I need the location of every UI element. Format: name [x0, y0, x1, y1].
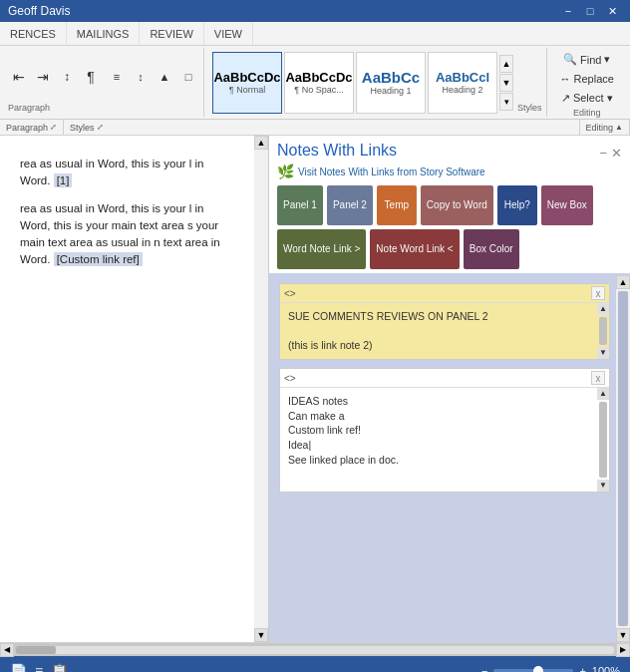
- word-note-link-button[interactable]: Word Note Link >: [277, 229, 366, 269]
- style-scroll-down[interactable]: ▼: [499, 74, 513, 92]
- status-left: 📄 ≡ 📋: [10, 663, 68, 672]
- note-box-1-text: SUE COMMENTS REVIEWS ON PANEL 2 (this is…: [288, 309, 593, 353]
- notes-scroll-down-btn[interactable]: ▼: [616, 628, 630, 642]
- note-box-2-textarea[interactable]: IDEAS notes Can make a Custom link ref! …: [288, 394, 579, 482]
- indent-btn[interactable]: ⇤: [8, 66, 30, 88]
- outdent-btn[interactable]: ⇥: [32, 66, 54, 88]
- notes-scroll-up-btn[interactable]: ▲: [616, 275, 630, 289]
- style-no-spacing[interactable]: AaBbCcDc ¶ No Spac...: [284, 52, 354, 114]
- style-heading1[interactable]: AaBbCc Heading 1: [356, 52, 426, 114]
- editing-label: Editing: [555, 108, 619, 120]
- new-box-button[interactable]: New Box: [541, 185, 593, 225]
- style-scroll: ▲ ▼ ▾: [499, 55, 513, 111]
- line-spacing-btn[interactable]: ↕: [130, 66, 152, 88]
- note-box-1-header: <> x: [280, 284, 609, 303]
- paragraph-group: ⇤ ⇥ ↕ ¶ ≡ ↕ ▲ □ Paragraph: [4, 48, 204, 117]
- style-normal[interactable]: AaBbCcDc ¶ Normal: [212, 52, 282, 114]
- horiz-scroll-right[interactable]: ▶: [616, 643, 630, 657]
- styles-gallery: AaBbCcDc ¶ Normal AaBbCcDc ¶ No Spac... …: [208, 48, 547, 117]
- pilcrow-btn[interactable]: ¶: [80, 66, 102, 88]
- tab-view[interactable]: VIEW: [204, 22, 253, 45]
- window-controls: − □ ✕: [558, 3, 622, 19]
- word-scrollbar: ▲ ▼: [254, 136, 268, 642]
- word-scroll-up-btn[interactable]: ▲: [254, 136, 268, 150]
- note-box-1-ref: <>: [284, 288, 296, 299]
- replace-icon: ↔: [560, 73, 571, 85]
- paragraph-expand-icon[interactable]: ⤢: [50, 123, 57, 132]
- notes-minimize-btn[interactable]: −: [599, 146, 607, 161]
- tab-references[interactable]: RENCES: [0, 22, 67, 45]
- note-2-scroll-up[interactable]: ▲: [597, 388, 609, 400]
- notes-content: <> x SUE COMMENTS REVIEWS ON PANEL 2 (th…: [269, 273, 630, 642]
- note-1-scroll-down[interactable]: ▼: [597, 347, 609, 359]
- horizontal-scrollbar: ◀ ▶: [0, 642, 630, 656]
- status-bar: 📄 ≡ 📋 − + 100%: [0, 656, 630, 672]
- zoom-plus-btn[interactable]: +: [579, 665, 585, 672]
- style-scroll-more[interactable]: ▾: [499, 93, 513, 111]
- style-heading2[interactable]: AaBbCcl Heading 2: [428, 52, 497, 114]
- zoom-minus-btn[interactable]: −: [481, 665, 487, 672]
- style-h1-label: Heading 1: [370, 86, 411, 96]
- style-h2-text: AaBbCcl: [436, 70, 489, 85]
- title-bar: Geoff Davis − □ ✕: [0, 0, 630, 22]
- doc-icon[interactable]: 📄: [10, 663, 27, 672]
- styles-expand-icon[interactable]: ⤢: [97, 123, 104, 132]
- note-box-1-body: SUE COMMENTS REVIEWS ON PANEL 2 (this is…: [280, 303, 609, 359]
- panel1-button[interactable]: Panel 1: [277, 185, 323, 225]
- binoculars-icon: 🔍: [563, 53, 577, 66]
- select-button[interactable]: ↗ Select ▾: [556, 89, 618, 108]
- style-h1-text: AaBbCc: [362, 69, 420, 86]
- replace-button[interactable]: ↔ Replace: [555, 70, 619, 88]
- zoom-thumb[interactable]: [533, 666, 543, 672]
- note-word-link-button[interactable]: Note Word Link <: [370, 229, 459, 269]
- maximize-button[interactable]: □: [580, 3, 600, 19]
- layout-icon[interactable]: ≡: [35, 663, 43, 672]
- leaf-icon: 🌿: [277, 164, 294, 179]
- note-box-2-body: IDEAS notes Can make a Custom link ref! …: [280, 388, 609, 492]
- horiz-scroll-left[interactable]: ◀: [0, 643, 14, 657]
- sort-btn[interactable]: ↕: [56, 66, 78, 88]
- style-nospace-text: AaBbCcDc: [285, 70, 352, 85]
- styles-list: AaBbCcDc ¶ Normal AaBbCcDc ¶ No Spac... …: [212, 52, 497, 114]
- horiz-scroll-thumb[interactable]: [16, 646, 56, 654]
- note-2-scroll-down[interactable]: ▼: [597, 480, 609, 492]
- notes-buttons: Panel 1 Panel 2 Temp Copy to Word Help? …: [277, 185, 622, 269]
- note-box-2-close[interactable]: x: [591, 371, 605, 385]
- username: Geoff Davis: [8, 4, 70, 18]
- notes-close-btn[interactable]: ✕: [611, 146, 622, 161]
- editing-expand-icon[interactable]: ▲: [615, 123, 623, 132]
- style-scroll-up[interactable]: ▲: [499, 55, 513, 73]
- panel2-button[interactable]: Panel 2: [327, 185, 373, 225]
- editing-buttons: 🔍 Find ▾ ↔ Replace ↗ Select ▾: [555, 50, 619, 108]
- note-box-2-ref: <>: [284, 373, 296, 384]
- note-box-2: <> x IDEAS notes Can make a Custom link …: [279, 368, 610, 493]
- word-content: rea as usual in Word, this is your l in …: [0, 136, 254, 299]
- link-ref-custom: [Custom link ref]: [54, 252, 143, 266]
- tab-mailings[interactable]: MAILINGS: [67, 22, 141, 45]
- tab-review[interactable]: REVIEW: [140, 22, 203, 45]
- word-scroll-down-btn[interactable]: ▼: [254, 628, 268, 642]
- border-btn[interactable]: □: [177, 66, 199, 88]
- box-color-button[interactable]: Box Color: [464, 229, 519, 269]
- help-button[interactable]: Help?: [497, 185, 537, 225]
- align-left-btn[interactable]: ≡: [106, 66, 128, 88]
- notes-subtitle: 🌿 Visit Notes With Links from Story Soft…: [277, 164, 622, 179]
- minimize-button[interactable]: −: [558, 3, 578, 19]
- note-2-scroll-thumb[interactable]: [599, 402, 607, 478]
- styles-group-label: Styles ⤢: [64, 120, 580, 135]
- note-box-1-close[interactable]: x: [591, 286, 605, 300]
- note-1-scroll-thumb[interactable]: [599, 317, 607, 345]
- close-button[interactable]: ✕: [602, 3, 622, 19]
- group-labels-bar: Paragraph ⤢ Styles ⤢ Editing ▲: [0, 120, 630, 136]
- clipboard-icon[interactable]: 📋: [51, 663, 68, 672]
- word-paragraph-1: rea as usual in Word, this is your l in …: [20, 156, 234, 190]
- temp-button[interactable]: Temp: [377, 185, 417, 225]
- paragraph-group-label: Paragraph ⤢: [0, 120, 64, 135]
- notes-scroll-thumb[interactable]: [618, 291, 628, 626]
- find-button[interactable]: 🔍 Find ▾: [558, 50, 615, 69]
- copy-to-word-button[interactable]: Copy to Word: [421, 185, 493, 225]
- main-area: rea as usual in Word, this is your l in …: [0, 136, 630, 642]
- shading-btn[interactable]: ▲: [154, 66, 175, 88]
- cursor-icon: ↗: [561, 92, 570, 105]
- note-1-scroll-up[interactable]: ▲: [597, 303, 609, 315]
